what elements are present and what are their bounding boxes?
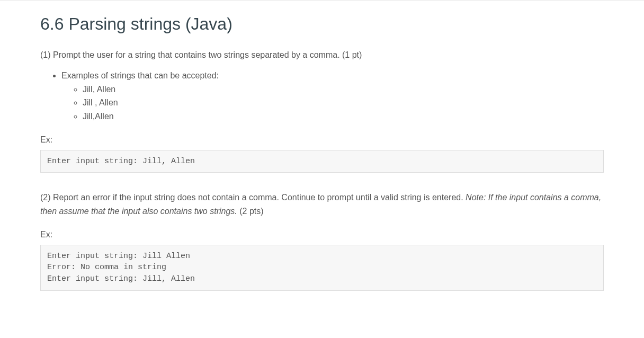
examples-outer-list: Examples of strings that can be accepted… <box>40 69 604 123</box>
step1-ex-label: Ex: <box>40 135 604 145</box>
step2-text-before: (2) Report an error if the input string … <box>40 193 466 202</box>
examples-inner-list: Jill, Allen Jill , Allen Jill,Allen <box>61 83 604 123</box>
example-item: Jill, Allen <box>83 83 604 96</box>
examples-label: Examples of strings that can be accepted… <box>61 71 219 80</box>
example-item: Jill , Allen <box>83 96 604 110</box>
example-item: Jill,Allen <box>83 110 604 123</box>
page-title: 6.6 Parsing strings (Java) <box>40 13 604 35</box>
step2-text: (2) Report an error if the input string … <box>40 191 604 218</box>
step2-text-after: (2 pts) <box>237 207 264 216</box>
step1-text: (1) Prompt the user for a string that co… <box>40 48 604 62</box>
step1-code-block: Enter input string: Jill, Allen <box>40 150 604 173</box>
examples-label-item: Examples of strings that can be accepted… <box>61 69 604 123</box>
document-container: 6.6 Parsing strings (Java) (1) Prompt th… <box>0 1 644 326</box>
step2-ex-label: Ex: <box>40 230 604 239</box>
step2-code-block: Enter input string: Jill Allen Error: No… <box>40 245 604 291</box>
